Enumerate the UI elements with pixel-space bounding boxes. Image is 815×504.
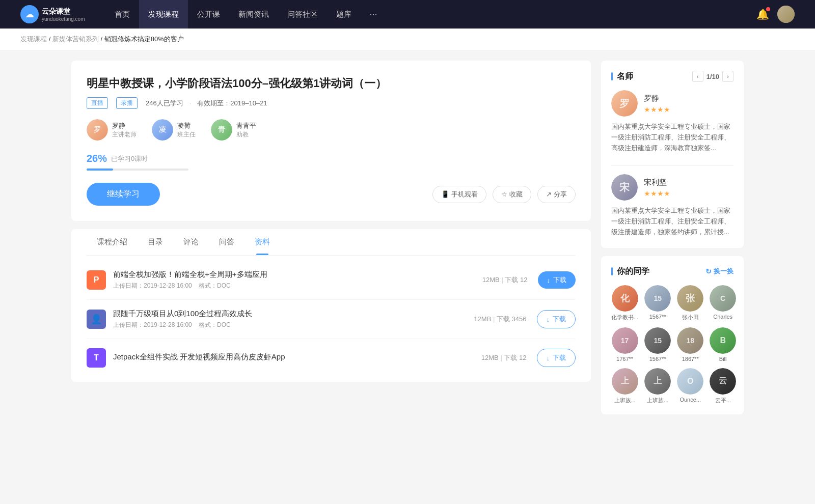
tab-qa[interactable]: 问答	[209, 229, 244, 255]
tag-live: 直播	[87, 97, 108, 109]
header: ☁ 云朵课堂 yunduoketang.com 首页 发现课程 公开课 新闻资讯…	[0, 0, 815, 29]
teacher-1-avatar: 罗	[87, 119, 108, 141]
students-grid: 化 化学教书... 15 1567** 张 张小田	[611, 285, 734, 404]
students-title-row: 你的同学 ↻ 换一换	[611, 266, 734, 277]
tab-catalog[interactable]: 目录	[138, 229, 173, 255]
sidebar-teacher-1-stars: ★★★★	[644, 105, 670, 114]
student-12-name: 云平...	[715, 397, 731, 404]
resource-stats-1: 12MB | 下载 12	[482, 275, 528, 285]
nav-item-qa[interactable]: 问答社区	[278, 0, 327, 29]
teacher-3-role: 助教	[236, 130, 256, 139]
progress-text: 已学习0课时	[111, 154, 148, 163]
student-5-name: 1767**	[616, 356, 633, 362]
logo-text: 云朵课堂 yunduoketang.com	[42, 7, 85, 22]
student-9: 上 上班族...	[611, 368, 638, 404]
breadcrumb-sep2: /	[100, 35, 104, 43]
collect-button[interactable]: ☆ 收藏	[493, 186, 531, 203]
teacher-2-role: 班主任	[177, 130, 196, 139]
share-button[interactable]: ↗ 分享	[537, 186, 576, 203]
valid-date: 有效期至：2019–10–21	[197, 99, 267, 108]
course-tabs: 课程介绍 目录 评论 问答 资料	[87, 229, 576, 256]
student-3-name: 张小田	[682, 314, 699, 321]
user-avatar-header[interactable]	[777, 6, 795, 23]
sidebar-teacher-2-name: 宋利坚	[644, 178, 670, 187]
resource-item-2: 👤 跟随千万级项目从0到100全过程高效成长 上传日期：2019-12-28 1…	[87, 300, 576, 339]
avatar-image	[777, 6, 795, 23]
mobile-view-button[interactable]: 📱 手机观看	[432, 186, 486, 203]
student-7-name: 1867**	[682, 356, 699, 362]
sidebar-teacher-1-name: 罗静	[644, 94, 670, 103]
student-2-name: 1567**	[649, 314, 666, 320]
refresh-icon: ↻	[705, 267, 712, 275]
resource-info-2: 跟随千万级项目从0到100全过程高效成长 上传日期：2019-12-28 16:…	[113, 309, 474, 329]
teacher-2-avatar: 凌	[152, 119, 173, 141]
student-12: 云 云平...	[710, 368, 736, 404]
student-1-name: 化学教书...	[611, 314, 638, 321]
download-icon-1: ↓	[547, 276, 551, 284]
progress-percent: 26%	[87, 153, 107, 164]
continue-button[interactable]: 继续学习	[87, 183, 160, 206]
teachers-card: 名师 ‹ 1/10 › 罗 罗静 ★★★★ 国内	[601, 61, 744, 248]
nav-item-quiz[interactable]: 题库	[327, 0, 361, 29]
next-teacher-button[interactable]: ›	[722, 71, 734, 82]
student-11-avatar: O	[677, 368, 703, 395]
resource-name-1: 前端全栈加强版！前端全栈+全周期+多端应用	[113, 270, 482, 279]
tab-intro[interactable]: 课程介绍	[87, 229, 138, 255]
breadcrumb-link-courses[interactable]: 发现课程	[20, 35, 47, 43]
title-bar-decoration	[611, 72, 613, 80]
student-7-avatar: 18	[677, 327, 703, 354]
content-left: 明星中教授课，小学阶段语法100分–强化级第1讲动词（一） 直播 录播 246人…	[71, 61, 591, 423]
download-button-3[interactable]: ↓ 下载	[537, 349, 576, 367]
student-2: 15 1567**	[644, 285, 671, 321]
nav-item-courses[interactable]: 发现课程	[139, 0, 188, 29]
breadcrumb-sep1: /	[49, 35, 52, 43]
sidebar-teacher-2-stars: ★★★★	[644, 189, 670, 198]
teacher-3-name: 青青平	[236, 121, 256, 130]
student-4-avatar: C	[710, 285, 736, 312]
student-11-name: Ounce...	[680, 397, 701, 403]
star-icon: ☆	[501, 190, 507, 198]
teachers-pagination: ‹ 1/10 ›	[692, 71, 734, 82]
tag-record: 录播	[116, 97, 138, 109]
mobile-icon: 📱	[441, 190, 449, 198]
download-button-1[interactable]: ↓ 下载	[538, 271, 576, 289]
student-6: 15 1567**	[644, 327, 671, 362]
sidebar-right: 名师 ‹ 1/10 › 罗 罗静 ★★★★ 国内	[601, 61, 744, 423]
notification-dot	[766, 7, 770, 11]
notification-bell[interactable]: 🔔	[756, 8, 769, 20]
student-10-name: 上班族...	[647, 397, 668, 404]
tab-resource[interactable]: 资料	[244, 229, 280, 255]
breadcrumb-link-series[interactable]: 新媒体营销系列	[52, 35, 99, 43]
prev-teacher-button[interactable]: ‹	[692, 71, 703, 82]
students-title: 你的同学	[617, 266, 649, 277]
logo[interactable]: ☁ 云朵课堂 yunduoketang.com	[20, 5, 85, 23]
teacher-3: 青 青青平 助教	[211, 119, 256, 141]
tab-review[interactable]: 评论	[173, 229, 209, 255]
student-10: 上 上班族...	[644, 368, 671, 404]
progress-bar-bg	[87, 169, 188, 171]
refresh-students-button[interactable]: ↻ 换一换	[705, 267, 734, 276]
resource-list: P 前端全栈加强版！前端全栈+全周期+多端应用 上传日期：2019-12-28 …	[87, 256, 576, 382]
download-icon-2: ↓	[547, 316, 550, 323]
resource-meta-1: 上传日期：2019-12-28 16:00 格式：DOC	[113, 282, 482, 290]
nav-item-open[interactable]: 公开课	[188, 0, 229, 29]
nav-item-news[interactable]: 新闻资讯	[229, 0, 278, 29]
resource-item-3: T Jetpack全组件实战 开发短视频应用高仿皮皮虾App 12MB | 下载…	[87, 339, 576, 377]
sidebar-teacher-2: 宋 宋利坚 ★★★★ 国内某重点大学安全工程专业硕士，国家一级注册消防工程师、注…	[611, 174, 734, 237]
student-3: 张 张小田	[677, 285, 703, 321]
resource-meta-2: 上传日期：2019-12-28 16:00 格式：DOC	[113, 321, 474, 329]
teachers-title: 名师	[617, 71, 633, 82]
nav-item-home[interactable]: 首页	[105, 0, 139, 29]
progress-bar-fill	[87, 169, 113, 171]
student-8: B Bill	[710, 327, 736, 362]
sidebar-teacher-2-avatar: 宋	[611, 174, 638, 201]
resource-icon-2: 👤	[87, 310, 106, 329]
course-meta: 直播 录播 246人已学习 · 有效期至：2019–10–21	[87, 97, 576, 109]
student-9-avatar: 上	[612, 368, 638, 395]
student-8-name: Bill	[719, 356, 727, 362]
student-2-avatar: 15	[644, 285, 671, 312]
download-button-2[interactable]: ↓ 下载	[537, 310, 576, 328]
teachers-title-row: 名师 ‹ 1/10 ›	[611, 71, 734, 82]
breadcrumb: 发现课程 / 新媒体营销系列 / 销冠修炼术搞定80%的客户	[0, 29, 815, 50]
nav-item-more[interactable]: ···	[361, 0, 387, 29]
